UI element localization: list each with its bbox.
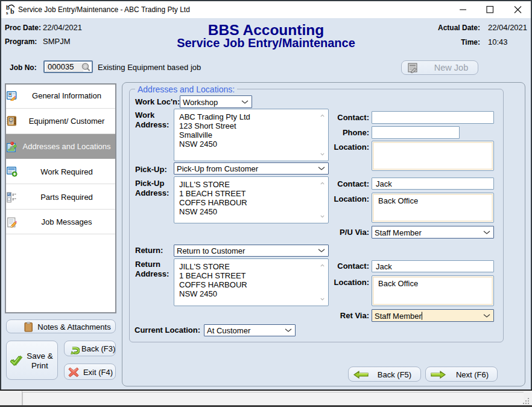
svg-text:s: s: [6, 10, 8, 15]
svg-text:b: b: [10, 7, 14, 15]
